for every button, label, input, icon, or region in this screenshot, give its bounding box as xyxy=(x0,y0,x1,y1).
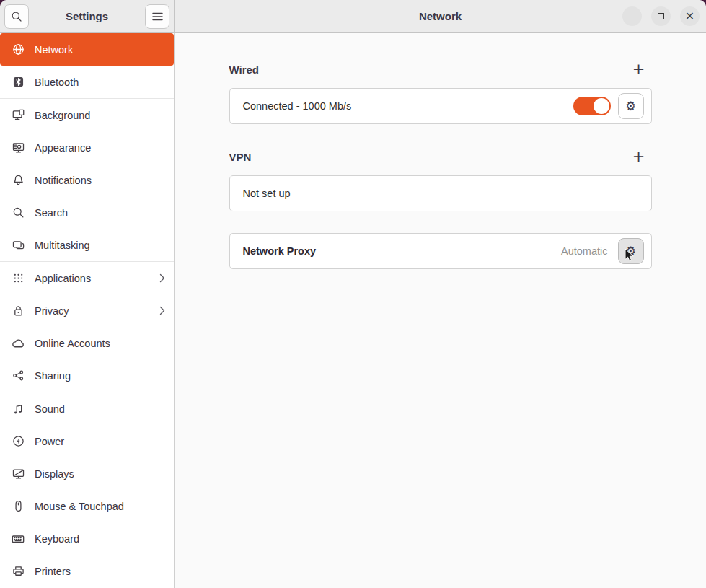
sidebar-item-sharing[interactable]: Sharing xyxy=(0,359,174,392)
vpn-section: VPN + Not set up xyxy=(229,149,652,211)
minimize-button[interactable] xyxy=(622,6,642,26)
grid-icon xyxy=(12,272,25,285)
bluetooth-icon xyxy=(12,76,25,89)
main-titlebar: Network × xyxy=(175,0,706,33)
network-proxy-label: Network Proxy xyxy=(243,245,317,257)
sidebar-item-label: Notifications xyxy=(35,175,92,186)
sidebar-item-label: Bluetooth xyxy=(35,76,79,88)
sidebar-item-search[interactable]: Search xyxy=(0,196,174,229)
vpn-section-title: VPN xyxy=(229,151,252,163)
close-button[interactable]: × xyxy=(680,6,700,26)
sidebar-item-label: Power xyxy=(35,436,64,447)
hamburger-menu-icon xyxy=(152,12,163,21)
maximize-icon xyxy=(658,13,664,19)
sidebar-item-label: Appearance xyxy=(35,142,91,154)
globe-icon xyxy=(12,43,25,56)
power-icon xyxy=(12,435,25,448)
sidebar-item-printers[interactable]: Printers xyxy=(0,555,174,587)
bell-icon xyxy=(12,174,25,187)
search-button[interactable] xyxy=(4,4,29,29)
sidebar-item-label: Background xyxy=(35,110,90,121)
wired-status-label: Connected - 1000 Mb/s xyxy=(243,100,352,112)
page-title: Network xyxy=(419,10,462,22)
sidebar-item-background[interactable]: Background xyxy=(0,99,174,131)
sidebar-item-label: Search xyxy=(35,207,68,219)
sidebar-item-label: Online Accounts xyxy=(35,338,110,349)
sidebar-item-network[interactable]: Network xyxy=(0,33,174,66)
proxy-options-button[interactable]: ⚙ xyxy=(618,238,644,264)
wired-toggle[interactable] xyxy=(573,97,611,115)
sidebar-item-keyboard[interactable]: Keyboard xyxy=(0,522,174,555)
lock-icon xyxy=(12,304,25,317)
sidebar-item-multitasking[interactable]: Multitasking xyxy=(0,229,174,261)
primary-menu-button[interactable] xyxy=(145,4,169,29)
vpn-status-label: Not set up xyxy=(243,188,291,199)
mouse-icon xyxy=(12,500,25,513)
add-vpn-button[interactable]: + xyxy=(627,145,650,168)
sidebar-item-label: Sound xyxy=(35,403,65,415)
sidebar-item-online-accounts[interactable]: Online Accounts xyxy=(0,327,174,359)
background-icon xyxy=(12,109,25,122)
network-panel: Wired + Connected - 1000 Mb/s ⚙ VPN + xyxy=(175,33,706,588)
sidebar-item-label: Mouse & Touchpad xyxy=(35,501,124,512)
app-title: Settings xyxy=(66,10,108,22)
gear-icon: ⚙ xyxy=(625,245,636,258)
sidebar-item-mouse-touchpad[interactable]: Mouse & Touchpad xyxy=(0,490,174,522)
wired-section: Wired + Connected - 1000 Mb/s ⚙ xyxy=(229,62,652,124)
display-icon xyxy=(12,468,25,481)
sidebar-item-label: Multitasking xyxy=(35,240,90,251)
network-proxy-row[interactable]: Network Proxy Automatic ⚙ xyxy=(229,233,652,269)
gear-icon: ⚙ xyxy=(625,100,636,113)
sidebar-item-applications[interactable]: Applications xyxy=(0,262,174,294)
wired-connection-row[interactable]: Connected - 1000 Mb/s ⚙ xyxy=(229,88,652,124)
search-icon xyxy=(11,11,22,22)
settings-window: Settings Network × Network xyxy=(0,0,706,588)
sidebar-item-notifications[interactable]: Notifications xyxy=(0,164,174,196)
windows-icon xyxy=(12,239,25,252)
close-icon: × xyxy=(685,10,694,22)
sidebar-item-power[interactable]: Power xyxy=(0,425,174,457)
sidebar-titlebar: Settings xyxy=(0,0,175,33)
add-wired-connection-button[interactable]: + xyxy=(627,58,650,81)
minimize-icon xyxy=(629,19,636,19)
printer-icon xyxy=(12,565,25,578)
sidebar-item-label: Keyboard xyxy=(35,533,79,545)
sidebar-item-label: Privacy xyxy=(35,305,69,317)
wired-section-title: Wired xyxy=(229,63,260,76)
titlebar: Settings Network × xyxy=(0,0,706,33)
sidebar-item-label: Printers xyxy=(35,566,71,577)
chevron-right-icon xyxy=(159,306,165,315)
toggle-knob xyxy=(594,98,609,114)
sidebar-item-label: Applications xyxy=(35,273,91,284)
sidebar: Network Bluetooth Background Appeara xyxy=(0,33,175,588)
cloud-icon xyxy=(12,337,25,350)
music-note-icon xyxy=(12,403,25,416)
share-icon xyxy=(12,369,25,382)
sidebar-item-sound[interactable]: Sound xyxy=(0,392,174,425)
proxy-mode-value: Automatic xyxy=(561,245,607,257)
window-controls: × xyxy=(622,6,700,26)
wired-options-button[interactable]: ⚙ xyxy=(618,93,644,119)
sidebar-item-label: Sharing xyxy=(35,370,71,382)
sidebar-item-displays[interactable]: Displays xyxy=(0,457,174,490)
search-icon xyxy=(12,206,25,219)
sidebar-item-label: Displays xyxy=(35,468,74,480)
sidebar-item-label: Network xyxy=(35,44,73,56)
sidebar-item-appearance[interactable]: Appearance xyxy=(0,131,174,164)
sidebar-item-bluetooth[interactable]: Bluetooth xyxy=(0,66,174,98)
vpn-row: Not set up xyxy=(229,175,652,211)
chevron-right-icon xyxy=(159,273,165,283)
appearance-icon xyxy=(12,141,25,154)
sidebar-item-privacy[interactable]: Privacy xyxy=(0,294,174,327)
keyboard-icon xyxy=(12,532,25,545)
maximize-button[interactable] xyxy=(651,6,671,26)
